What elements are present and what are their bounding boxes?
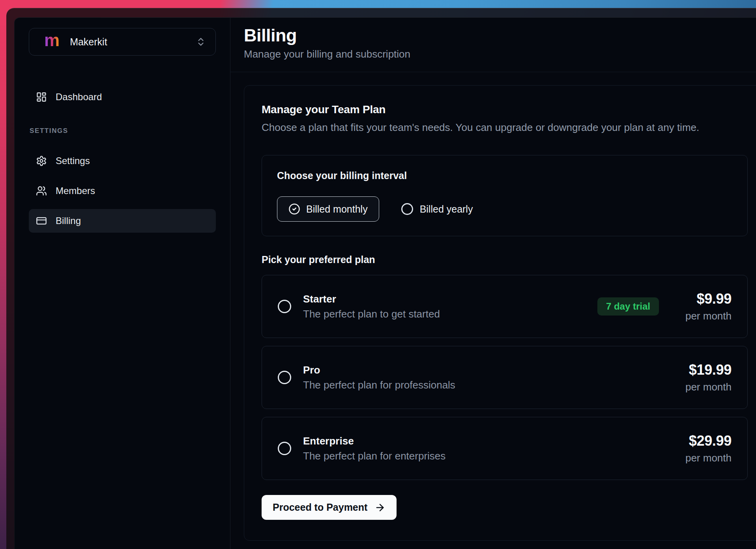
plan-list: Starter The perfect plan to get started … [262,275,748,480]
page-title: Billing [244,26,740,45]
team-name: Makerkit [70,36,107,48]
sidebar-nav: Dashboard SETTINGS Settings Members B [29,85,216,233]
sidebar-item-dashboard[interactable]: Dashboard [29,85,216,109]
trial-badge: 7 day trial [597,297,659,316]
sidebar-item-label: Settings [56,155,90,166]
radio-circle-icon[interactable] [278,442,291,455]
main-content: Billing Manage your billing and subscrip… [230,18,756,549]
billed-monthly-label: Billed monthly [306,204,368,215]
plan-description: The perfect plan for professionals [303,379,455,391]
radio-circle-icon[interactable] [278,300,291,313]
sidebar-item-label: Members [56,185,95,196]
plan-row-enterprise[interactable]: Enterprise The perfect plan for enterpri… [262,417,748,480]
team-plan-card: Manage your Team Plan Choose a plan that… [244,85,756,541]
billing-interval-options: Billed monthly Billed yearly [277,196,732,222]
page-header: Billing Manage your billing and subscrip… [230,18,756,72]
sidebar-item-members[interactable]: Members [29,179,216,203]
billed-yearly-option[interactable]: Billed yearly [401,203,473,215]
radio-circle-icon[interactable] [278,371,291,384]
chevrons-up-down-icon [196,37,206,47]
plan-description: The perfect plan for enterprises [303,450,445,462]
app-window: m Makerkit Dashboard SETTINGS Settings [14,17,756,549]
plan-info: Starter The perfect plan to get started [303,293,440,320]
plan-info: Pro The perfect plan for professionals [303,364,455,391]
billed-monthly-option[interactable]: Billed monthly [277,196,379,222]
plan-price: $9.99 [672,291,732,307]
dashboard-icon [36,92,47,103]
arrow-right-icon [374,502,385,513]
plan-price: $29.99 [672,433,732,449]
pick-plan-label: Pick your preferred plan [262,254,748,265]
billing-interval-box: Choose your billing interval Billed mont… [262,155,748,236]
price-block: $29.99 per month [672,433,732,464]
plan-description: The perfect plan to get started [303,308,440,320]
gear-icon [36,155,47,166]
credit-card-icon [36,215,47,226]
plan-cadence: per month [672,381,732,393]
plan-name: Enterprise [303,435,445,447]
sidebar-item-label: Billing [56,215,81,226]
makerkit-logo-icon: m [44,34,60,46]
price-block: $19.99 per month [672,362,732,393]
plan-cadence: per month [672,310,732,322]
proceed-to-payment-button[interactable]: Proceed to Payment [262,495,397,520]
sidebar-item-settings[interactable]: Settings [29,149,216,173]
proceed-to-payment-label: Proceed to Payment [273,502,367,513]
plan-price: $19.99 [672,362,732,378]
team-selector[interactable]: m Makerkit [29,28,216,56]
plan-name: Pro [303,364,455,376]
billing-interval-label: Choose your billing interval [277,170,732,181]
plan-info: Enterprise The perfect plan for enterpri… [303,435,445,462]
sidebar: m Makerkit Dashboard SETTINGS Settings [15,18,230,549]
radio-circle-icon [401,203,413,215]
card-subtitle: Choose a plan that fits your team's need… [262,121,748,134]
users-icon [36,185,47,196]
card-title: Manage your Team Plan [262,103,748,116]
plan-name: Starter [303,293,440,305]
plan-cadence: per month [672,452,732,464]
plan-row-starter[interactable]: Starter The perfect plan to get started … [262,275,748,338]
billed-yearly-label: Billed yearly [420,204,473,215]
sidebar-item-billing[interactable]: Billing [29,209,216,233]
plan-row-pro[interactable]: Pro The perfect plan for professionals $… [262,346,748,409]
price-block: $9.99 per month [672,291,732,322]
sidebar-section-label: SETTINGS [30,127,216,135]
page-body: Manage your Team Plan Choose a plan that… [230,72,756,549]
sidebar-item-label: Dashboard [56,92,102,103]
page-subtitle: Manage your billing and subscription [244,47,740,61]
check-circle-icon [288,203,300,215]
